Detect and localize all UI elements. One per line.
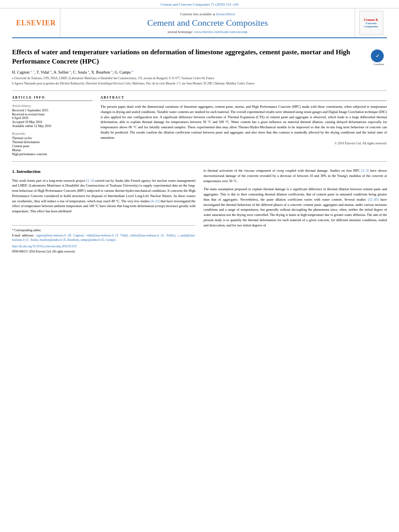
body-section: 1. Introduction This work forms part of … bbox=[12, 162, 387, 260]
history-label: Article history: bbox=[12, 104, 93, 108]
corresponding-author-note: * Corresponding author. bbox=[12, 228, 195, 232]
journal-logo-box: Cement & Concrete Composites bbox=[359, 11, 383, 35]
intro-para-2: to thermal activation of the viscous com… bbox=[204, 168, 387, 183]
article-info-header: Article Info bbox=[12, 96, 93, 101]
crossmark-icon: ✓ bbox=[371, 49, 384, 62]
journal-citation-line: Cement and Concrete Composites 71 (2016)… bbox=[0, 0, 399, 8]
journal-homepage: journal homepage: www.elsevier.com/locat… bbox=[67, 30, 348, 34]
elsevier-logo-area: ELSEVIER bbox=[12, 8, 60, 37]
keyword-5: High performance concrete bbox=[12, 152, 93, 156]
sciencedirect-line: Contents lists available at ScienceDirec… bbox=[67, 12, 348, 16]
footnotes-area: * Corresponding author. E-mail addresses… bbox=[12, 217, 195, 254]
abstract-column: Abstract The present paper deals with th… bbox=[101, 96, 387, 156]
body-col-left: 1. Introduction This work forms part of … bbox=[12, 168, 195, 254]
sciencedirect-link[interactable]: ScienceDirect bbox=[216, 12, 235, 16]
homepage-url[interactable]: www.elsevier.com/locate/cemconcomp bbox=[194, 30, 247, 34]
article-title-text: Effects of water and temperature variati… bbox=[12, 48, 367, 86]
journal-header-center: Contents lists available at ScienceDirec… bbox=[60, 8, 355, 37]
article-title: Effects of water and temperature variati… bbox=[12, 48, 367, 66]
keyword-3: Cement paste bbox=[12, 144, 93, 148]
issn-line: 0958-9465/© 2016 Elsevier Ltd. All right… bbox=[12, 249, 195, 254]
crossmark-label: CrossMark bbox=[371, 63, 387, 66]
affiliation-a: a Université de Toulouse, UPS, INSA, LMD… bbox=[12, 76, 367, 81]
keyword-2: Thermal deformation bbox=[12, 140, 93, 144]
article-content: Effects of water and temperature variati… bbox=[12, 38, 387, 264]
body-col-right: to thermal activation of the viscous com… bbox=[204, 168, 387, 254]
received-date: Received 1 September 2015 bbox=[12, 109, 93, 112]
keywords-section: Keywords: Thermal cycles Thermal deforma… bbox=[12, 132, 93, 156]
article-title-section: Effects of water and temperature variati… bbox=[12, 42, 387, 91]
keyword-4: Mortar bbox=[12, 148, 93, 152]
keywords-label: Keywords: bbox=[12, 132, 93, 136]
abstract-text: The present paper deals with the dimensi… bbox=[101, 104, 387, 140]
footnotes-divider: * Corresponding author. E-mail addresses… bbox=[12, 225, 195, 254]
received-revised-date: Received in revised form6 April 2016 bbox=[12, 113, 93, 120]
article-info-column: Article Info Article history: Received 1… bbox=[12, 96, 93, 156]
accepted-date: Accepted 10 May 2016 bbox=[12, 120, 93, 124]
crossmark-area: ✓ CrossMark bbox=[371, 49, 387, 66]
affiliation-b: b Agence Nationale pour la gestion des D… bbox=[12, 82, 367, 86]
doi-line[interactable]: http://dx.doi.org/10.1016/j.cemconcomp.2… bbox=[12, 244, 195, 249]
keyword-1: Thermal cycles bbox=[12, 136, 93, 140]
journal-logo-right: Cement & Concrete Composites bbox=[355, 8, 387, 37]
info-abstract-section: Article Info Article history: Received 1… bbox=[12, 91, 387, 162]
copyright-line: © 2016 Elsevier Ltd. All rights reserved… bbox=[101, 142, 387, 145]
article-authors: H. Cagnon a, *, T. Vidal a, A. Sellier a… bbox=[12, 70, 367, 74]
available-online-date: Available online 12 May 2016 bbox=[12, 124, 93, 128]
journal-header: ELSEVIER Contents lists available at Sci… bbox=[12, 8, 387, 38]
journal-title: Cement and Concrete Composites bbox=[67, 18, 348, 28]
intro-para-1: This work forms part of a long-term rese… bbox=[12, 178, 195, 214]
author-emails[interactable]: cagnon@insa-toulouse.fr (H. Cagnon), vid… bbox=[12, 234, 195, 242]
elsevier-logo: ELSEVIER bbox=[16, 19, 56, 27]
email-addresses-note: E-mail addresses: cagnon@insa-toulouse.f… bbox=[12, 233, 195, 242]
intro-para-3: The main assumption proposed to explain … bbox=[204, 187, 387, 228]
abstract-header: Abstract bbox=[101, 96, 387, 101]
section-1-title: 1. Introduction bbox=[12, 168, 195, 175]
